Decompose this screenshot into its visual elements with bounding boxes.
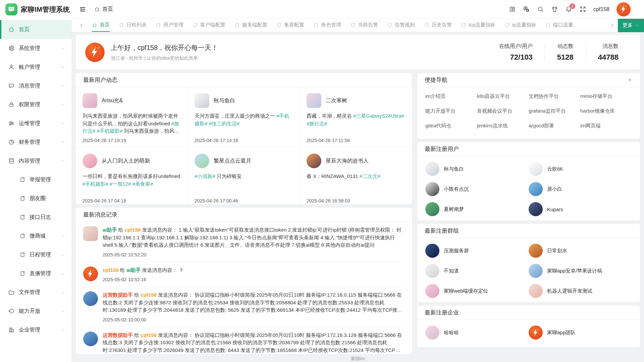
message-verb: 给 xyxy=(119,267,126,273)
tab[interactable]: 端口流量 xyxy=(545,19,573,32)
sidebar-item-label: 消息管理 xyxy=(19,82,40,89)
latest-messages-card: 最新消息记录 ai助手 给 cpf158 xyxy=(76,208,412,354)
menu-collapse-icon[interactable] xyxy=(79,6,86,13)
sidebar-item[interactable]: 朋友圈 xyxy=(0,189,71,208)
user-activity-item[interactable]: 秋与鱼白 天河方圆荟，庄里人最少的商场之一 #手机摄影# #张三的生活# xyxy=(188,87,300,147)
search-icon[interactable] xyxy=(537,6,544,13)
sidebar-item[interactable]: 日程管理 xyxy=(0,245,71,264)
user-avatar[interactable] xyxy=(616,2,631,16)
sidebar-item[interactable]: 账户管理 xyxy=(0,58,71,76)
quick-nav-link[interactable]: 音视频会议平台 xyxy=(477,108,529,114)
user-name: 夏树南梦 xyxy=(444,206,464,213)
user-activity-item[interactable]: 星辰大海的追书人 春 X：RINZAWA_0131 #二次元# xyxy=(300,147,412,204)
theme-tshirt-icon[interactable] xyxy=(551,6,558,13)
user-list-item[interactable]: 云歌66 xyxy=(529,159,632,179)
group-list-item[interactable]: 压测服务群 xyxy=(425,241,529,261)
company-list-item[interactable]: 哈哈哈 xyxy=(425,322,529,343)
quick-nav-link[interactable]: k8s容器云平台 xyxy=(477,93,529,100)
new-users-card: 最新注册用户 秋与鱼白 云歌66 xyxy=(417,142,640,221)
quick-nav-link[interactable]: gitea代码仓 xyxy=(425,123,477,129)
tabs-scroll-right-icon[interactable] xyxy=(609,22,615,28)
more-tabs-button[interactable]: 更多 xyxy=(618,19,644,32)
sidebar-item-icon xyxy=(8,308,15,314)
avatar xyxy=(83,226,98,241)
card-title: 最新用户动态 xyxy=(83,76,117,84)
user-activity-item[interactable]: 从入门到入土的萌新 一些日料，要是有长焦微距该多好undefined #手机摄影… xyxy=(76,147,188,204)
tabs-scroll-left-icon[interactable] xyxy=(78,22,85,28)
tab[interactable]: 用户管理 xyxy=(156,19,183,32)
user-list-item[interactable]: Kupars xyxy=(529,199,632,219)
user-list-item[interactable]: 原小白 xyxy=(529,179,632,199)
banner-avatar xyxy=(85,43,105,62)
notifications-button[interactable]: 2 xyxy=(565,6,572,13)
fullscreen-icon[interactable] xyxy=(579,6,586,13)
chevron-down-icon xyxy=(60,102,65,107)
group-list-item[interactable]: 机器人逻辑开发测试 xyxy=(529,281,632,301)
quick-nav-link[interactable]: im网页端 xyxy=(580,123,632,129)
add-shortcut-icon[interactable] xyxy=(627,77,633,83)
tab-icon xyxy=(461,22,466,28)
quick-nav-link[interactable]: 能力开放平台 xyxy=(425,108,477,114)
user-list-item[interactable]: 小陈有点沉 xyxy=(425,179,529,199)
user-activity-item[interactable]: Arisu光& 到马来西亚旅游，拍风景的时候被两个老外问是什么手机，拍的这么好看… xyxy=(76,87,188,147)
sidebar-item[interactable]: 接口日志 xyxy=(0,208,71,227)
message-recipient: cpf158 xyxy=(141,292,157,298)
activity-timestamp: 2025-04-26 17:04:18 xyxy=(83,198,181,203)
tab[interactable]: 客户端配置 xyxy=(193,19,225,32)
sidebar-item[interactable]: 内容管理 xyxy=(0,152,71,170)
quick-nav-link[interactable]: 文档协作平台 xyxy=(529,93,580,100)
sidebar-item[interactable]: 财务管理 xyxy=(0,133,71,152)
tab[interactable]: tcp流量指标 xyxy=(461,19,495,32)
tab[interactable]: 告警规则 xyxy=(387,19,415,32)
quick-nav-link[interactable]: jenkins流水线 xyxy=(477,123,529,129)
avatar xyxy=(425,325,439,340)
group-list-item[interactable]: 日常划水 xyxy=(529,241,632,261)
quick-nav-link[interactable]: argocd部署 xyxy=(529,123,580,129)
sidebar-item[interactable]: 企业管理 xyxy=(0,320,71,339)
sidebar-item[interactable]: 首页 xyxy=(0,20,71,39)
tab[interactable]: 首页 xyxy=(92,19,110,32)
user-list-item[interactable]: 秋与鱼白 xyxy=(425,159,529,179)
tab-icon xyxy=(276,22,282,28)
sidebar-item[interactable]: 文件管理 xyxy=(0,283,71,302)
quick-nav-link[interactable]: grafana监控平台 xyxy=(529,108,580,114)
group-list-item[interactable]: 家聊web端缓存定位 xyxy=(425,281,529,301)
tab[interactable]: 当前告警 xyxy=(350,19,378,32)
translate-icon[interactable] xyxy=(523,6,530,13)
group-list-item[interactable]: 家聊app安卓/苹果设计稿 xyxy=(529,261,632,281)
quick-nav-link[interactable]: im介绍页 xyxy=(425,93,477,100)
chevron-down-icon xyxy=(60,271,65,276)
app-logo[interactable]: 家聊IM管理系统 xyxy=(0,0,71,19)
message-item[interactable]: 运营数据助手 给 cpf158 发送消息内容： 协议层端口指标小时级简报:202… xyxy=(83,327,405,354)
tab[interactable]: 集群配置 xyxy=(276,19,304,32)
sidebar-item[interactable]: 举报管理 xyxy=(0,170,71,189)
sidebar-item[interactable]: 权限管理 xyxy=(0,95,71,114)
message-recipient: cpf158 xyxy=(125,227,141,233)
tab[interactable]: 角色管理 xyxy=(313,19,341,32)
tab[interactable]: ip流量指标 xyxy=(504,19,536,32)
message-item[interactable]: ai助手 给 cpf158 发送消息内容： 1.输入"获取发送token"可获取… xyxy=(83,222,405,262)
quick-nav-link[interactable]: minio存储平台 xyxy=(580,93,632,100)
tab[interactable]: 服务端配置 xyxy=(234,19,267,32)
sidebar-item[interactable]: 微商城 xyxy=(0,227,71,245)
group-list-item[interactable]: 不知道 xyxy=(425,261,529,281)
message-item[interactable]: cpf158 给 ai助手 发送消息内容： ？ 2025-05-02 10:52… xyxy=(83,262,405,287)
breadcrumb[interactable]: 首页 xyxy=(94,6,113,13)
sidebar-item[interactable]: 能力开放 xyxy=(0,302,71,320)
sidebar-item[interactable]: 系统管理 xyxy=(0,39,71,58)
quick-nav-link[interactable]: harbor镜像仓库 xyxy=(580,108,632,114)
message-item[interactable]: 运营数据助手 给 cpf158 发送消息内容： 协议层端口指标小时级简报:202… xyxy=(83,287,405,327)
sidebar-item[interactable]: 消息管理 xyxy=(0,76,71,95)
apps-grid-icon[interactable] xyxy=(509,6,516,13)
user-activity-item[interactable]: 二次寒树 西藏，羊湖，精灵谷 #三星GalaxyS24Ultra# #旅行志# xyxy=(300,87,412,147)
sidebar-item[interactable]: 直播管理 xyxy=(0,264,71,283)
user-activity-item[interactable]: 繁星点点云遮月 #小清新# 只为碎银安 xyxy=(188,147,300,204)
sidebar-item[interactable]: 运维管理 xyxy=(0,114,71,133)
user-list-item[interactable]: 夏树南梦 xyxy=(425,199,529,219)
tab[interactable]: 日程列表 xyxy=(119,19,147,32)
company-list-item[interactable]: 家聊app团队 xyxy=(529,322,632,343)
tab[interactable]: 历史告警 xyxy=(424,19,452,32)
sidebar-item-label: 能力开放 xyxy=(19,308,40,315)
username-label[interactable]: cpf158 xyxy=(593,6,609,12)
sidebar-item-icon xyxy=(8,64,15,70)
